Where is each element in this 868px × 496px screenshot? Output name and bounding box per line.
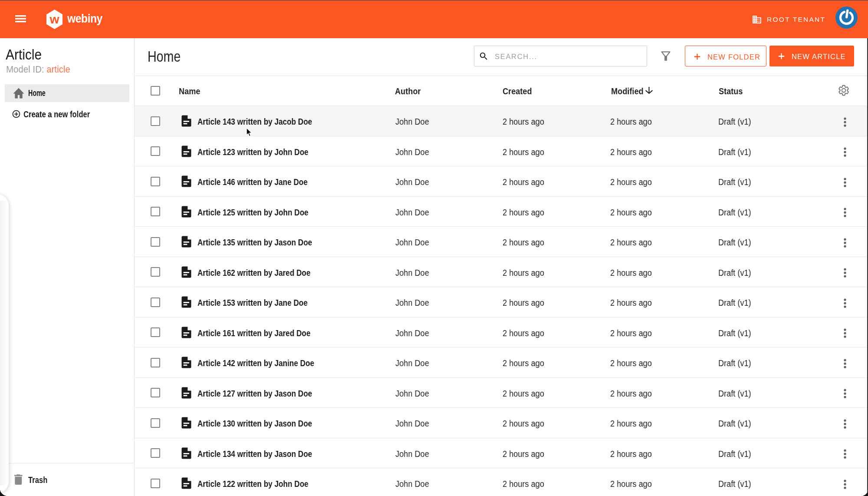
svg-text:w: w xyxy=(49,13,59,26)
